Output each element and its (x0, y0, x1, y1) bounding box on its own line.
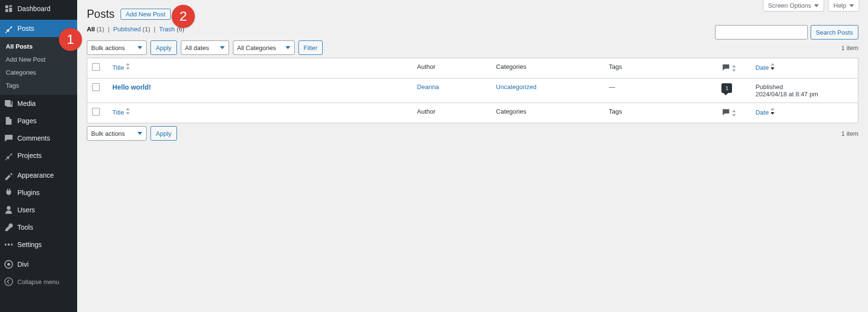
menu-settings-label: Settings (17, 241, 42, 248)
add-new-post-button[interactable]: Add New Post (121, 9, 171, 20)
apply-bulk-action-button[interactable]: Apply (150, 40, 177, 55)
menu-projects[interactable]: Projects (0, 147, 77, 164)
help-label: Help (833, 2, 846, 9)
svg-point-2 (5, 278, 13, 286)
help-toggle[interactable]: Help (828, 0, 859, 12)
col-date-label-footer: Date (756, 109, 769, 116)
date-filter-selected: All dates (185, 44, 209, 52)
separator: | (152, 26, 157, 33)
filter-published-count: (1) (143, 26, 150, 33)
menu-comments[interactable]: Comments (0, 130, 77, 147)
screen-meta-links: Screen Options Help (763, 0, 859, 12)
tablenav-bottom: Bulk actions Apply 1 item (87, 123, 858, 143)
media-icon (4, 99, 14, 108)
post-date: 2024/04/18 at 8:47 pm (756, 91, 818, 98)
sort-title-footer[interactable]: Title (112, 109, 131, 116)
filter-button[interactable]: Filter (298, 40, 323, 55)
menu-media[interactable]: Media (0, 95, 77, 112)
sort-indicator-icon (126, 108, 131, 115)
post-title-link[interactable]: Hello world! (112, 83, 151, 91)
select-all-checkbox-top[interactable] (92, 63, 100, 71)
menu-settings[interactable]: Settings (0, 236, 77, 253)
table-row: Hello world! Deanna Uncategorized — 1 Pu… (87, 78, 858, 103)
settings-icon (4, 240, 14, 249)
category-filter-selected: All Categories (237, 44, 276, 52)
submenu-categories[interactable]: Categories (0, 66, 77, 79)
svg-point-1 (7, 263, 10, 266)
filter-all-count: (1) (96, 26, 104, 33)
menu-pages[interactable]: Pages (0, 112, 77, 130)
tools-icon (4, 222, 14, 232)
sort-date-footer[interactable]: Date (756, 109, 775, 116)
menu-posts-label: Posts (17, 25, 34, 32)
post-tags-cell: — (604, 78, 717, 103)
col-title-label-footer: Title (112, 109, 124, 116)
menu-plugins[interactable]: Plugins (0, 184, 77, 201)
submenu-tags[interactable]: Tags (0, 79, 77, 92)
menu-dashboard-label: Dashboard (17, 5, 51, 13)
posts-table: Title Author Categories Tags Date Hello … (87, 58, 858, 123)
search-posts-input[interactable] (715, 25, 808, 39)
menu-dashboard[interactable]: Dashboard (0, 0, 77, 17)
filter-all-label: All (87, 26, 95, 33)
sort-date[interactable]: Date (756, 64, 775, 71)
collapse-menu-label: Collapse menu (17, 278, 59, 286)
sort-comments[interactable] (721, 66, 737, 73)
filter-published[interactable]: Published (113, 26, 141, 33)
comment-icon (721, 63, 730, 72)
submenu-add-new-post[interactable]: Add New Post (0, 53, 77, 66)
item-count-top: 1 item (841, 44, 858, 52)
screen-options-label: Screen Options (768, 2, 812, 9)
menu-appearance-label: Appearance (17, 171, 54, 179)
category-filter-select[interactable]: All Categories (233, 40, 295, 55)
col-tags-footer: Tags (604, 103, 717, 123)
post-comments-link[interactable]: 1 (721, 84, 732, 91)
col-author-header: Author (412, 58, 491, 78)
users-icon (4, 205, 14, 215)
sort-comments-footer[interactable] (721, 111, 737, 118)
col-categories-header: Categories (491, 58, 604, 78)
appearance-icon (4, 170, 14, 180)
apply-bulk-action-button-bottom[interactable]: Apply (150, 126, 177, 141)
comments-icon (4, 133, 14, 143)
divi-icon (4, 260, 14, 269)
filter-trash[interactable]: Trash (159, 26, 175, 33)
menu-users[interactable]: Users (0, 201, 77, 219)
collapse-arrow-icon (4, 277, 14, 286)
row-checkbox[interactable] (92, 83, 100, 91)
date-filter-select[interactable]: All dates (181, 40, 229, 55)
search-posts-button[interactable]: Search Posts (811, 25, 858, 39)
bulk-actions-select-bottom[interactable]: Bulk actions (87, 126, 147, 141)
col-date-label: Date (756, 64, 769, 71)
sort-indicator-icon (126, 63, 131, 70)
select-all-checkbox-bottom[interactable] (92, 108, 100, 116)
post-author-link[interactable]: Deanna (417, 83, 439, 91)
menu-comments-label: Comments (17, 134, 50, 142)
sort-title[interactable]: Title (112, 64, 131, 71)
annotation-marker-1: 1 (59, 28, 82, 51)
post-status: Published (756, 83, 783, 91)
menu-appearance[interactable]: Appearance (0, 167, 77, 184)
bulk-actions-selected: Bulk actions (91, 44, 125, 52)
menu-divi[interactable]: Divi (0, 256, 77, 273)
menu-pages-label: Pages (17, 117, 37, 125)
collapse-menu[interactable]: Collapse menu (0, 273, 77, 290)
filter-published-label: Published (113, 26, 141, 33)
sort-indicator-icon (771, 63, 775, 70)
bulk-actions-select[interactable]: Bulk actions (87, 40, 147, 55)
comment-count-badge: 1 (721, 83, 732, 93)
filter-all[interactable]: All (87, 26, 95, 33)
post-category-link[interactable]: Uncategorized (496, 83, 537, 91)
item-count-bottom: 1 item (841, 130, 858, 137)
col-title-label: Title (112, 64, 124, 71)
chevron-down-icon (814, 4, 819, 7)
menu-tools-label: Tools (17, 223, 33, 231)
menu-tools[interactable]: Tools (0, 219, 77, 236)
chevron-down-icon (849, 4, 854, 7)
comment-icon (721, 108, 730, 117)
screen-options-toggle[interactable]: Screen Options (763, 0, 825, 12)
plugins-icon (4, 188, 14, 197)
col-tags-header: Tags (604, 58, 717, 78)
page-title: Posts (87, 8, 115, 21)
menu-plugins-label: Plugins (17, 189, 40, 196)
